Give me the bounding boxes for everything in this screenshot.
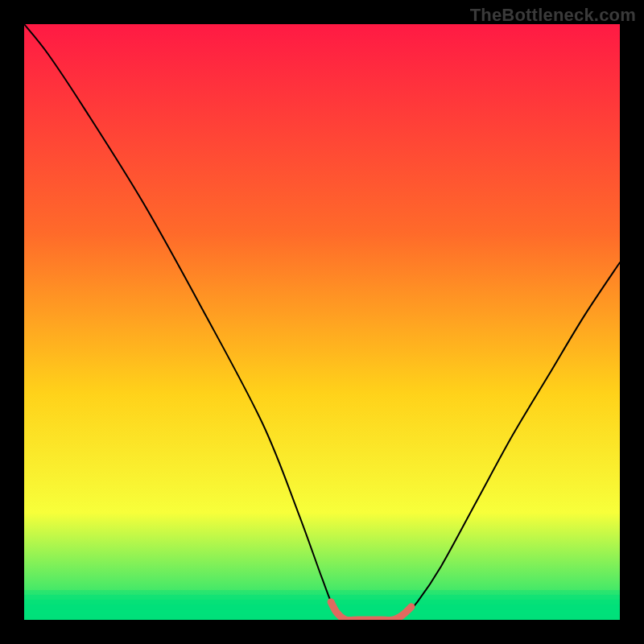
chart-frame: TheBottleneck.com bbox=[0, 0, 644, 644]
watermark-text: TheBottleneck.com bbox=[470, 5, 636, 26]
green-band bbox=[24, 614, 620, 620]
chart-svg bbox=[24, 24, 620, 620]
gradient-bg bbox=[24, 24, 620, 620]
plot-area bbox=[24, 24, 620, 620]
